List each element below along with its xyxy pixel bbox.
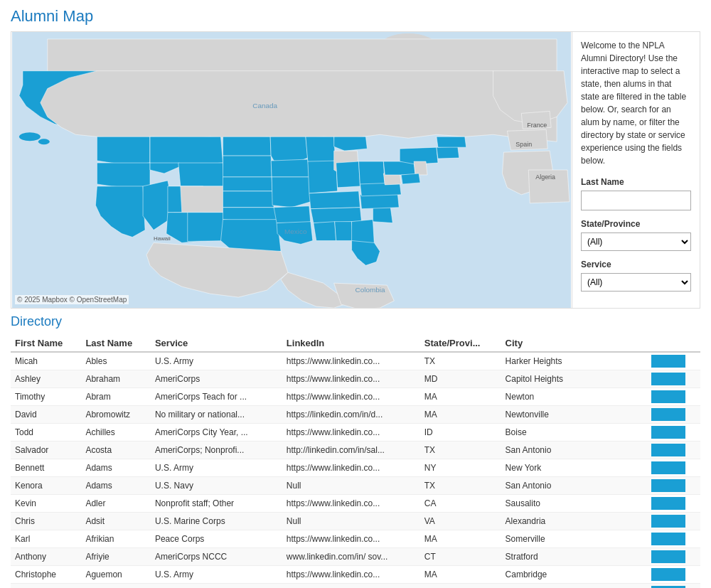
table-cell: Newton [501, 388, 647, 406]
bar-cell[interactable] [647, 530, 700, 548]
last-name-input[interactable] [581, 191, 691, 210]
bar-cell[interactable] [647, 442, 700, 459]
table-cell[interactable]: www.linkedin.com/in/ sov... [282, 548, 420, 566]
table-cell: Micah [11, 352, 81, 370]
bar-cell[interactable] [647, 459, 700, 477]
table-cell: U.S. Army [151, 566, 282, 584]
table-cell[interactable]: https://www.linkedin.co... [282, 424, 420, 442]
bar-cell[interactable] [647, 513, 700, 530]
table-row: AnthonyAfriyieAmeriCorps NCCCwww.linkedi… [11, 548, 700, 566]
table-cell[interactable]: https://www.linkedin.co... [282, 352, 420, 370]
table-cell: Afriyie [81, 548, 151, 566]
table-cell[interactable]: https://www.linkedin.co... [282, 388, 420, 406]
page-title: Alumni Map [11, 7, 700, 26]
table-cell[interactable]: Null [282, 513, 420, 530]
blue-bar[interactable] [651, 390, 685, 403]
blue-bar[interactable] [651, 550, 685, 563]
service-select[interactable]: (All) U.S. Army AmeriCorps U.S. Navy U.S… [581, 273, 691, 292]
table-cell: MA [420, 530, 501, 548]
table-cell: MA [420, 566, 501, 584]
table-cell[interactable]: https://www.linkedin.co... [282, 566, 420, 584]
table-cell: Abraham [81, 370, 151, 388]
bar-cell[interactable] [647, 352, 700, 370]
table-cell: Salvador [11, 442, 81, 459]
table-cell: MD [420, 370, 501, 388]
blue-bar[interactable] [651, 408, 685, 421]
table-row: KevinAdlerNonprofit staff; Otherhttps://… [11, 495, 700, 513]
table-cell: David [11, 406, 81, 424]
svg-text:Colombia: Colombia [356, 286, 385, 294]
table-cell: Cambridge [501, 566, 647, 584]
bar-cell[interactable] [647, 370, 700, 388]
table-cell[interactable]: Null [282, 477, 420, 495]
bar-cell[interactable] [647, 566, 700, 584]
blue-bar[interactable] [651, 479, 685, 492]
table-cell: Karl [11, 530, 81, 548]
blue-bar[interactable] [651, 426, 685, 439]
top-section: Canada Mexico Colombia France Spain Alge… [11, 31, 700, 309]
bar-cell[interactable] [647, 406, 700, 424]
table-row: KarlAfrikianPeace Corpshttps://www.linke… [11, 530, 700, 548]
blue-bar[interactable] [651, 533, 685, 545]
table-cell: Capitol Heights [501, 370, 647, 388]
table-cell: ID [420, 424, 501, 442]
table-cell: AmeriCorps Teach for ... [151, 388, 282, 406]
main-container: Alumni Map [0, 0, 711, 588]
table-cell: CA [420, 495, 501, 513]
table-cell[interactable]: https://www.linkedin.co... [282, 530, 420, 548]
sidebar-intro-text: Welcome to the NPLA Alumni Directory! Us… [581, 39, 691, 167]
map-container[interactable]: Canada Mexico Colombia France Spain Alge… [11, 31, 572, 309]
table-cell[interactable]: https://linkedin.com/in/d... [282, 406, 420, 424]
table-cell: Boise [501, 424, 647, 442]
directory-section: Directory First Name Last Name Service L… [11, 314, 700, 588]
table-cell[interactable]: http://linkedin.com/in/sal... [282, 442, 420, 459]
table-row: BennettAdamsU.S. Armyhttps://www.linkedi… [11, 459, 700, 477]
table-cell: Compton/ Los Angeles / W... [501, 584, 647, 589]
table-cell: Aguemon [81, 566, 151, 584]
blue-bar[interactable] [651, 515, 685, 528]
table-cell: CT [420, 548, 501, 566]
table-cell: AmeriCorps NCCC [151, 548, 282, 566]
blue-bar[interactable] [651, 461, 685, 474]
table-cell: Christophe [11, 566, 81, 584]
table-cell[interactable]: https://www.linkedin.co... [282, 495, 420, 513]
table-cell: Achilles [81, 424, 151, 442]
bar-cell[interactable] [647, 424, 700, 442]
blue-bar[interactable] [651, 355, 685, 368]
table-cell[interactable]: https://www.linkedin.co... [282, 370, 420, 388]
blue-bar[interactable] [651, 444, 685, 456]
blue-bar[interactable] [651, 568, 685, 581]
map-svg[interactable]: Canada Mexico Colombia France Spain Alge… [11, 32, 572, 308]
table-row: TimothyAbramAmeriCorps Teach for ...http… [11, 388, 700, 406]
bar-cell[interactable] [647, 388, 700, 406]
svg-text:Canada: Canada [252, 102, 277, 109]
table-cell[interactable]: https://www.linkedin.co... [282, 459, 420, 477]
blue-bar[interactable] [651, 373, 685, 385]
col-last-name: Last Name [81, 335, 151, 352]
table-cell: Sausalito [501, 495, 647, 513]
bar-cell[interactable] [647, 477, 700, 495]
bar-cell[interactable] [647, 548, 700, 566]
table-cell: No military or national... [151, 406, 282, 424]
state-province-select[interactable]: (All) ALAKAZAR CACOCTDE FLGAIDIL INIAKSK… [581, 232, 691, 251]
col-state: State/Provi... [420, 335, 501, 352]
svg-text:Hawaii: Hawaii [154, 235, 171, 242]
table-cell: Michael [11, 584, 81, 589]
table-cell: Acosta [81, 442, 151, 459]
table-row: ToddAchillesAmeriCorps City Year, ...htt… [11, 424, 700, 442]
table-cell: Newtonville [501, 406, 647, 424]
bar-cell[interactable] [647, 584, 700, 589]
bar-cell[interactable] [647, 495, 700, 513]
table-cell: AmeriCorps; Nonprofi... [151, 442, 282, 459]
svg-text:France: France [527, 122, 547, 129]
table-cell[interactable]: https://www.linkedin.co... [282, 584, 420, 589]
table-cell: U.S. Army [151, 352, 282, 370]
blue-bar[interactable] [651, 497, 685, 510]
table-cell: Anthony [11, 548, 81, 566]
table-cell: Peace Corps [151, 530, 282, 548]
table-cell: VA [420, 513, 501, 530]
col-first-name: First Name [11, 335, 81, 352]
table-cell: TX [420, 477, 501, 495]
svg-point-2 [19, 132, 41, 141]
sidebar: Welcome to the NPLA Alumni Directory! Us… [572, 31, 700, 309]
